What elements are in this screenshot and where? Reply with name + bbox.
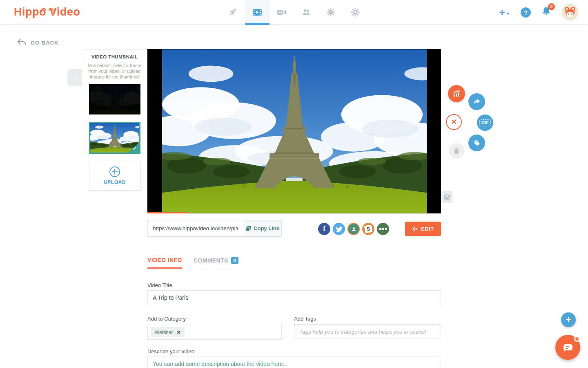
layers-toggle-button[interactable]	[441, 191, 452, 203]
plus-icon: +	[566, 314, 571, 325]
main-nav	[220, 0, 368, 25]
create-gif-button[interactable]: GIF	[477, 114, 493, 131]
analytics-icon	[452, 89, 461, 98]
contact-share-icon[interactable]	[347, 223, 360, 235]
video-url-input[interactable]	[147, 220, 244, 237]
help-button[interactable]: ?	[521, 7, 531, 18]
skype-s: S	[364, 225, 372, 233]
analytics-button[interactable]	[448, 85, 465, 102]
go-back-label: GO BACK	[31, 40, 58, 46]
description-textarea[interactable]: You can add some description about the v…	[147, 357, 441, 368]
panel-collapse-toggle[interactable]: ›	[67, 69, 82, 86]
duplicate-button[interactable]	[468, 135, 485, 151]
thumbnail-option-selected[interactable]: ✓	[89, 122, 140, 154]
layers-icon	[443, 193, 451, 201]
dot	[385, 228, 387, 230]
more-share-icon[interactable]	[377, 223, 389, 235]
thumbnail-option-dark[interactable]	[89, 84, 140, 114]
video-progress-bar[interactable]	[147, 212, 188, 213]
users-icon	[301, 7, 312, 18]
gif-label: GIF	[479, 119, 491, 126]
nav-integrations[interactable]	[318, 0, 343, 25]
create-new-dropdown[interactable]: + ▼	[499, 6, 510, 19]
edit-video-button[interactable]: EDIT	[405, 222, 441, 236]
hippo-ears-icon	[40, 7, 55, 12]
close-x-icon: ✕	[451, 118, 457, 126]
integrations-icon	[325, 7, 336, 18]
rocket-icon	[227, 7, 238, 18]
selected-check-corner: ✓	[127, 142, 140, 153]
top-navbar: Hippo Video	[0, 0, 588, 25]
thumbnail-panel-title: VIDEO THUMBNAIL	[82, 54, 147, 59]
category-chip-webinar: Webinar ✕	[151, 327, 185, 337]
share-arrow-icon	[472, 97, 481, 106]
dot	[379, 228, 381, 230]
video-title-input[interactable]	[147, 290, 441, 305]
video-thumbnail-panel: VIDEO THUMBNAIL Use default, select a fr…	[82, 49, 147, 214]
hippo-video-logo[interactable]: Hippo Video	[14, 6, 80, 18]
notification-badge: 2	[548, 3, 555, 10]
dark-frame-preview	[89, 84, 140, 114]
video-info-label: VIDEO INFO	[147, 257, 182, 263]
film-play-icon	[252, 7, 263, 18]
chevron-right-icon: ›	[74, 73, 76, 82]
close-button[interactable]: ✕	[446, 114, 462, 130]
copy-link-label: Copy Link	[254, 225, 279, 231]
eiffel-tower-frame	[162, 49, 427, 213]
nav-video-library[interactable]	[245, 0, 270, 25]
upload-thumbnail-button[interactable]: UPLOAD	[89, 161, 140, 191]
caret-down-icon: ▼	[506, 11, 510, 16]
video-camera-icon	[276, 7, 287, 18]
copy-link-button[interactable]: Copy Link	[244, 220, 282, 237]
tags-input[interactable]	[294, 324, 441, 339]
category-input-box[interactable]: Webinar ✕	[147, 325, 282, 340]
tab-video-info[interactable]: VIDEO INFO	[147, 257, 182, 268]
twitter-bird	[336, 226, 343, 233]
comments-count-badge: 0	[231, 257, 238, 264]
nav-teams[interactable]	[294, 0, 318, 25]
nav-record-camera[interactable]	[270, 0, 294, 25]
user-avatar[interactable]	[562, 4, 578, 20]
skype-share-icon[interactable]: S	[362, 223, 374, 235]
plus-icon: +	[499, 6, 505, 19]
share-button[interactable]	[468, 93, 485, 110]
upload-label: UPLOAD	[104, 180, 126, 185]
header-right-actions: + ▼ ? 2	[499, 0, 578, 25]
thumbnail-panel-description: Use default, select a frame from your vi…	[86, 63, 143, 80]
back-arrow-icon	[16, 38, 27, 47]
hippo-avatar-icon	[563, 6, 577, 18]
go-back-button[interactable]: GO BACK	[16, 38, 58, 47]
notifications-button[interactable]: 2	[541, 6, 551, 18]
person-icon	[351, 226, 357, 232]
check-icon: ✓	[133, 146, 137, 151]
plus-circle-icon	[109, 166, 120, 177]
social-share-row: f S	[318, 223, 389, 235]
comments-label: COMMENTS	[194, 257, 228, 264]
detail-tabs: VIDEO INFO COMMENTS 0	[147, 257, 441, 270]
chip-remove-icon[interactable]: ✕	[176, 330, 180, 335]
hippo-video-app: Hippo Video	[0, 0, 588, 368]
chat-bubble-icon	[562, 343, 574, 352]
copy-link-icon	[246, 226, 252, 231]
dot	[382, 228, 384, 230]
tab-comments[interactable]: COMMENTS 0	[194, 257, 238, 269]
delete-button[interactable]	[449, 143, 464, 159]
category-label: Add to Category	[147, 316, 186, 322]
trash-icon	[453, 147, 460, 155]
twitter-share-icon[interactable]	[333, 223, 345, 235]
copy-icon	[473, 139, 481, 147]
add-fab-button[interactable]: +	[561, 312, 576, 327]
scissors-icon	[412, 226, 419, 232]
video-player[interactable]	[147, 49, 441, 213]
nav-rocket-launch[interactable]	[220, 0, 245, 25]
question-icon: ?	[524, 9, 528, 16]
nav-settings[interactable]	[343, 0, 368, 25]
facebook-f: f	[323, 225, 325, 233]
chat-notification-dot	[574, 336, 580, 342]
tags-label: Add Tags	[294, 316, 316, 322]
description-label: Describe your video	[147, 348, 194, 355]
gear-icon	[350, 7, 361, 18]
video-title-label: Video Title	[147, 282, 172, 288]
facebook-share-icon[interactable]: f	[318, 223, 330, 235]
chip-label: Webinar	[155, 330, 173, 335]
